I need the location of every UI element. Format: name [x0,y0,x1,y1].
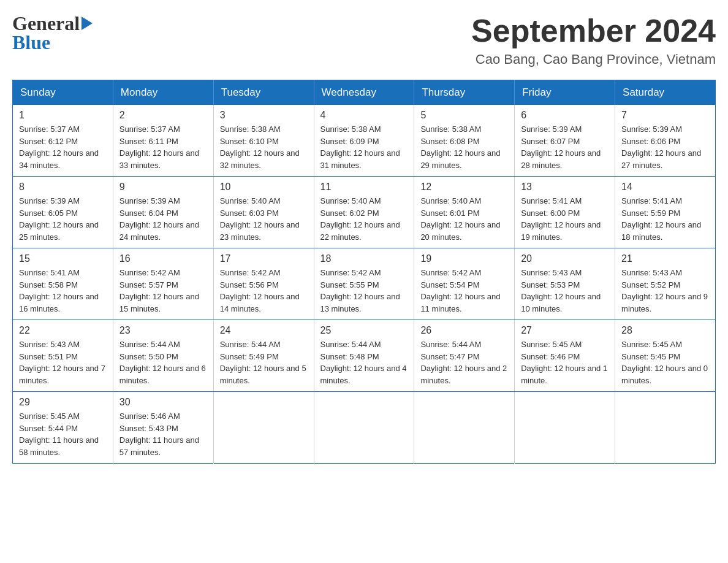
calendar-cell: 6Sunrise: 5:39 AMSunset: 6:07 PMDaylight… [515,105,615,177]
day-number: 1 [19,110,107,121]
page-header: General Blue September 2024 Cao Bang, Ca… [12,12,716,67]
title-section: September 2024 Cao Bang, Cao Bang Provin… [471,12,716,67]
day-number: 21 [621,253,709,264]
day-number: 23 [119,325,207,336]
day-info: Sunrise: 5:42 AMSunset: 5:57 PMDaylight:… [119,267,207,315]
calendar-cell: 13Sunrise: 5:41 AMSunset: 6:00 PMDayligh… [515,177,615,248]
calendar-cell: 8Sunrise: 5:39 AMSunset: 6:05 PMDaylight… [13,177,113,248]
calendar-cell [615,392,716,464]
calendar-header-wednesday: Wednesday [314,80,414,105]
day-number: 16 [119,253,207,264]
calendar-header-friday: Friday [515,80,615,105]
calendar-cell: 28Sunrise: 5:45 AMSunset: 5:45 PMDayligh… [615,320,716,392]
day-info: Sunrise: 5:40 AMSunset: 6:01 PMDaylight:… [420,195,508,243]
day-number: 9 [119,182,207,193]
calendar-cell [213,392,314,464]
calendar-cell [414,392,515,464]
day-number: 22 [19,325,107,336]
day-info: Sunrise: 5:45 AMSunset: 5:46 PMDaylight:… [521,339,609,386]
day-info: Sunrise: 5:41 AMSunset: 6:00 PMDaylight:… [521,195,609,243]
calendar-header-tuesday: Tuesday [213,80,314,105]
calendar-week-row: 22Sunrise: 5:43 AMSunset: 5:51 PMDayligh… [13,320,716,392]
calendar-cell: 7Sunrise: 5:39 AMSunset: 6:06 PMDaylight… [615,105,716,177]
calendar-cell: 4Sunrise: 5:38 AMSunset: 6:09 PMDaylight… [314,105,414,177]
calendar-cell: 26Sunrise: 5:44 AMSunset: 5:47 PMDayligh… [414,320,515,392]
calendar-header-thursday: Thursday [414,80,515,105]
calendar-cell: 2Sunrise: 5:37 AMSunset: 6:11 PMDaylight… [113,105,213,177]
day-number: 11 [320,182,408,193]
day-info: Sunrise: 5:38 AMSunset: 6:08 PMDaylight:… [420,123,508,171]
day-info: Sunrise: 5:43 AMSunset: 5:52 PMDaylight:… [621,267,709,315]
day-number: 15 [19,253,107,264]
calendar-cell: 20Sunrise: 5:43 AMSunset: 5:53 PMDayligh… [515,248,615,320]
day-number: 26 [420,325,508,336]
day-info: Sunrise: 5:39 AMSunset: 6:07 PMDaylight:… [521,123,609,171]
calendar-cell: 12Sunrise: 5:40 AMSunset: 6:01 PMDayligh… [414,177,515,248]
day-number: 8 [19,182,107,193]
day-number: 5 [420,110,508,121]
day-info: Sunrise: 5:45 AMSunset: 5:44 PMDaylight:… [19,410,107,458]
calendar-week-row: 15Sunrise: 5:41 AMSunset: 5:58 PMDayligh… [13,248,716,320]
calendar-cell: 18Sunrise: 5:42 AMSunset: 5:55 PMDayligh… [314,248,414,320]
day-number: 2 [119,110,207,121]
day-number: 30 [119,397,207,408]
calendar-header-saturday: Saturday [615,80,716,105]
day-number: 29 [19,397,107,408]
calendar-week-row: 8Sunrise: 5:39 AMSunset: 6:05 PMDaylight… [13,177,716,248]
calendar-cell: 10Sunrise: 5:40 AMSunset: 6:03 PMDayligh… [213,177,314,248]
calendar-cell: 25Sunrise: 5:44 AMSunset: 5:48 PMDayligh… [314,320,414,392]
day-info: Sunrise: 5:41 AMSunset: 5:59 PMDaylight:… [621,195,709,243]
day-number: 19 [420,253,508,264]
calendar-cell: 24Sunrise: 5:44 AMSunset: 5:49 PMDayligh… [213,320,314,392]
calendar-cell [314,392,414,464]
page-subtitle: Cao Bang, Cao Bang Province, Vietnam [471,52,716,67]
day-number: 25 [320,325,408,336]
day-info: Sunrise: 5:40 AMSunset: 6:03 PMDaylight:… [220,195,308,243]
logo-triangle-icon [82,17,93,30]
day-info: Sunrise: 5:42 AMSunset: 5:55 PMDaylight:… [320,267,408,315]
calendar-cell: 9Sunrise: 5:39 AMSunset: 6:04 PMDaylight… [113,177,213,248]
calendar-cell: 19Sunrise: 5:42 AMSunset: 5:54 PMDayligh… [414,248,515,320]
calendar-cell: 21Sunrise: 5:43 AMSunset: 5:52 PMDayligh… [615,248,716,320]
logo-blue-text: Blue [12,31,50,53]
day-info: Sunrise: 5:44 AMSunset: 5:47 PMDaylight:… [420,339,508,386]
day-info: Sunrise: 5:39 AMSunset: 6:05 PMDaylight:… [19,195,107,243]
calendar-cell: 1Sunrise: 5:37 AMSunset: 6:12 PMDaylight… [13,105,113,177]
day-info: Sunrise: 5:44 AMSunset: 5:50 PMDaylight:… [119,339,207,386]
calendar-header-monday: Monday [113,80,213,105]
day-info: Sunrise: 5:42 AMSunset: 5:54 PMDaylight:… [420,267,508,315]
calendar-cell: 22Sunrise: 5:43 AMSunset: 5:51 PMDayligh… [13,320,113,392]
day-number: 14 [621,182,709,193]
calendar-header-sunday: Sunday [13,80,113,105]
calendar-cell: 27Sunrise: 5:45 AMSunset: 5:46 PMDayligh… [515,320,615,392]
day-number: 20 [521,253,609,264]
calendar-cell: 16Sunrise: 5:42 AMSunset: 5:57 PMDayligh… [113,248,213,320]
day-info: Sunrise: 5:41 AMSunset: 5:58 PMDaylight:… [19,267,107,315]
day-info: Sunrise: 5:38 AMSunset: 6:09 PMDaylight:… [320,123,408,171]
day-info: Sunrise: 5:45 AMSunset: 5:45 PMDaylight:… [621,339,709,386]
calendar-cell: 11Sunrise: 5:40 AMSunset: 6:02 PMDayligh… [314,177,414,248]
day-number: 13 [521,182,609,193]
calendar-cell: 17Sunrise: 5:42 AMSunset: 5:56 PMDayligh… [213,248,314,320]
calendar-week-row: 1Sunrise: 5:37 AMSunset: 6:12 PMDaylight… [13,105,716,177]
day-info: Sunrise: 5:44 AMSunset: 5:49 PMDaylight:… [220,339,308,386]
calendar-cell: 29Sunrise: 5:45 AMSunset: 5:44 PMDayligh… [13,392,113,464]
day-number: 3 [220,110,308,121]
day-number: 24 [220,325,308,336]
day-number: 27 [521,325,609,336]
day-info: Sunrise: 5:37 AMSunset: 6:12 PMDaylight:… [19,123,107,171]
day-info: Sunrise: 5:40 AMSunset: 6:02 PMDaylight:… [320,195,408,243]
calendar-cell [515,392,615,464]
day-info: Sunrise: 5:39 AMSunset: 6:04 PMDaylight:… [119,195,207,243]
calendar-cell: 3Sunrise: 5:38 AMSunset: 6:10 PMDaylight… [213,105,314,177]
calendar-table: SundayMondayTuesdayWednesdayThursdayFrid… [12,80,716,464]
calendar-cell: 30Sunrise: 5:46 AMSunset: 5:43 PMDayligh… [113,392,213,464]
calendar-cell: 15Sunrise: 5:41 AMSunset: 5:58 PMDayligh… [13,248,113,320]
day-info: Sunrise: 5:44 AMSunset: 5:48 PMDaylight:… [320,339,408,386]
day-info: Sunrise: 5:39 AMSunset: 6:06 PMDaylight:… [621,123,709,171]
day-info: Sunrise: 5:43 AMSunset: 5:53 PMDaylight:… [521,267,609,315]
calendar-cell: 14Sunrise: 5:41 AMSunset: 5:59 PMDayligh… [615,177,716,248]
day-info: Sunrise: 5:37 AMSunset: 6:11 PMDaylight:… [119,123,207,171]
day-number: 10 [220,182,308,193]
day-number: 18 [320,253,408,264]
